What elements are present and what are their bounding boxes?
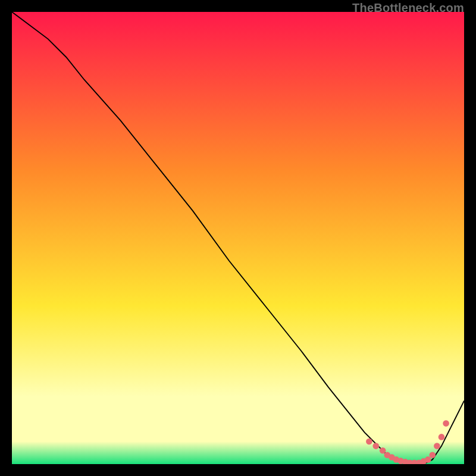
dot — [429, 452, 436, 458]
dot — [434, 443, 440, 449]
dot — [425, 456, 431, 463]
dot — [366, 439, 372, 445]
background-gradient — [12, 12, 464, 464]
dot — [443, 420, 449, 427]
dot — [439, 434, 445, 440]
chart-plot — [12, 12, 464, 464]
dot — [372, 443, 379, 449]
dot — [380, 447, 386, 454]
chart-container: TheBottleneck.com — [0, 0, 476, 476]
